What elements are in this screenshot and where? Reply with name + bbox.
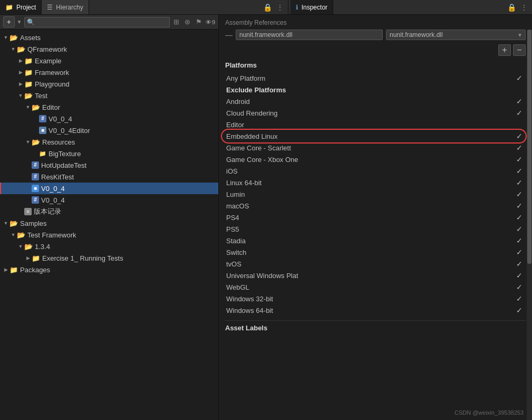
checkmark-any: ✓ [514,74,525,82]
checkmark-game-core-xbox: ✓ [514,155,525,164]
checkmark-lumin: ✓ [514,190,525,198]
search-icon: 🔍 [27,18,35,26]
tree-item-exercise1[interactable]: 📁 Exercise 1_ Running Tests [0,252,218,264]
tree-item-samples[interactable]: 📂 Samples [0,217,218,229]
platform-row-webgl[interactable]: WebGL ✓ [225,281,526,293]
asset-icon-v004editor: ■ [39,127,46,134]
platform-name-embedded-linux: Embedded Linux [226,132,514,140]
tree-item-framework[interactable]: 📁 Framework [0,66,218,78]
tree-label-v004editor: V0_0_4Editor [49,127,90,135]
tree-item-editor[interactable]: 📂 Editor [0,101,218,113]
tree-item-resources[interactable]: 📂 Resources [0,136,218,148]
txt-icon-version-record: ≡ [24,208,32,215]
tree-item-qframework[interactable]: 📂 QFramework [0,43,218,55]
flag-button[interactable]: ⚑ [194,17,204,26]
platform-row-game-core-scarlett[interactable]: Game Core - Scarlett ✓ [225,142,526,154]
platform-row-android[interactable]: Android ✓ [225,96,526,107]
visibility-badge[interactable]: 👁 9 [206,19,215,25]
tree-item-test[interactable]: 📂 Test [0,90,218,101]
cs-icon-v0_0_4b: # [32,196,39,204]
info-icon: ℹ [296,4,298,11]
hierarchy-icon: ☰ [47,4,53,11]
checkmark-macos: ✓ [514,202,525,210]
tab-hierarchy[interactable]: ☰ Hierarchy [42,0,89,14]
search-filter-button[interactable]: ⊛ [183,17,192,26]
platform-row-embedded-linux[interactable]: Embedded Linux ✓ [225,130,526,142]
tree-label-reskittest: ResKitTest [41,173,74,181]
project-tree[interactable]: 📂 Assets 📂 QFramework 📁 Example [0,30,218,420]
tree-item-packages[interactable]: 📁 Packages [0,264,218,275]
cs-icon-hotupdatetest: # [32,161,39,169]
checkmark-webgl: ✓ [514,283,525,291]
scrollbar-track[interactable] [527,30,532,420]
tree-item-134[interactable]: 📂 1.3.4 [0,241,218,252]
arrow-qframework [9,46,17,52]
tree-item-version-record[interactable]: ≡ 版本记录 [0,206,218,217]
platform-name-uwp: Universal Windows Plat [226,272,514,280]
assembly-input[interactable] [236,30,383,40]
platform-row-any[interactable]: Any Platform ✓ [225,72,526,84]
platform-row-win64[interactable]: Windows 64-bit ✓ [225,304,526,316]
tree-label-framework: Framework [35,69,69,77]
platform-name-ps5: PS5 [226,225,514,233]
platform-row-uwp[interactable]: Universal Windows Plat ✓ [225,270,526,281]
add-button[interactable]: + [3,16,15,27]
grid-view-button[interactable]: ⊞ [172,17,181,26]
search-input[interactable] [37,18,167,26]
tree-item-v004[interactable]: # V0_0_4 [0,113,218,125]
tree-item-bigtexture[interactable]: 📁 BigTexture [0,148,218,159]
tree-item-assets[interactable]: 📂 Assets [0,32,218,43]
checkmark-switch: ✓ [514,248,525,256]
checkmark-ios: ✓ [514,167,525,175]
asset-icon-v0_0_4-selected: ■ [32,185,39,192]
more-icon-right[interactable]: ⋮ [520,3,528,12]
watermark: CSDN @weixin_39538253 [454,409,524,416]
platform-name-game-core-scarlett: Game Core - Scarlett [226,144,514,152]
platform-row-switch[interactable]: Switch ✓ [225,246,526,258]
add-assembly-button[interactable]: + [498,44,511,56]
tree-item-hotupdatetest[interactable]: # HotUpdateTest [0,159,218,171]
folder-editor-icon: 📂 [32,103,40,111]
tree-item-example[interactable]: 📁 Example [0,55,218,66]
platform-row-editor[interactable]: Editor [225,119,526,130]
tab-project[interactable]: 📁 Project [0,0,42,14]
panel-divider [288,0,288,14]
tree-item-v0_0_4-selected[interactable]: ■ V0_0_4 [0,183,218,194]
folder-resources-icon: 📂 [32,138,40,146]
platform-row-stadia[interactable]: Stadia ✓ [225,235,526,246]
tree-item-reskittest[interactable]: # ResKitTest [0,171,218,183]
tab-project-label: Project [16,4,36,11]
tree-label-playground: Playground [35,80,70,88]
folder-test-icon: 📂 [24,92,33,100]
more-icon-left[interactable]: ⋮ [276,3,284,12]
platform-row-cloud-rendering[interactable]: Cloud Rendering ✓ [225,107,526,119]
tree-item-playground[interactable]: 📁 Playground [0,78,218,90]
assembly-select[interactable]: nunit.framework.dll [386,30,526,40]
platform-row-tvos[interactable]: tvOS ✓ [225,258,526,270]
main-layout: + ▼ 🔍 ⊞ ⊛ ⚑ 👁 9 📂 Assets [0,15,532,420]
platform-row-lumin[interactable]: Lumin ✓ [225,188,526,200]
tree-item-v0_0_4b[interactable]: # V0_0_4 [0,194,218,206]
lock-icon-right[interactable]: 🔒 [507,3,516,12]
platform-row-win32[interactable]: Windows 32-bit ✓ [225,293,526,304]
platform-row-game-core-xbox[interactable]: Game Core - Xbox One ✓ [225,154,526,165]
lock-icon-left[interactable]: 🔒 [263,3,272,12]
remove-assembly-button[interactable]: − [513,44,526,56]
scrollbar-thumb[interactable] [527,30,531,264]
platform-row-linux64[interactable]: Linux 64-bit ✓ [225,177,526,188]
tab-inspector[interactable]: ℹ Inspector [291,0,333,14]
checkmark-tvos: ✓ [514,260,525,268]
folder-qframework-icon: 📂 [17,45,25,53]
platform-name-game-core-xbox: Game Core - Xbox One [226,156,514,164]
add-remove-row: + − [225,44,526,56]
platform-row-ios[interactable]: iOS ✓ [225,165,526,177]
tree-item-testframework[interactable]: 📂 Test Framework [0,229,218,241]
platform-row-ps4[interactable]: PS4 ✓ [225,212,526,223]
arrow-example [17,58,24,63]
eye-icon: 👁 [206,19,211,25]
tree-label-v0_0_4b: V0_0_4 [41,196,65,204]
platform-row-ps5[interactable]: PS5 ✓ [225,223,526,235]
tree-item-v004editor[interactable]: ■ V0_0_4Editor [0,125,218,136]
checkmark-win32: ✓ [514,294,525,303]
platform-row-macos[interactable]: macOS ✓ [225,200,526,212]
